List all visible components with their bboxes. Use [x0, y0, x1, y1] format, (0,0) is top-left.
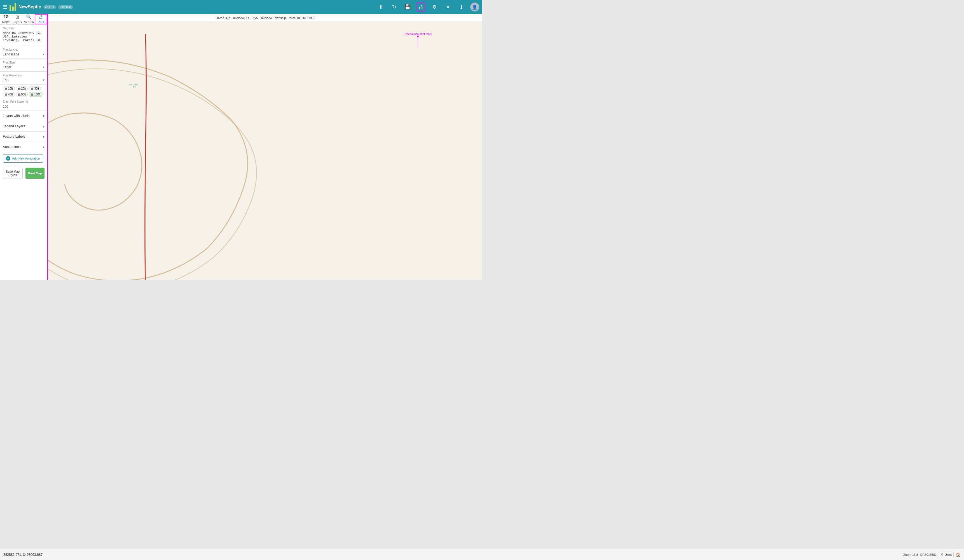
scale-10ft-icon: ▤	[5, 87, 7, 90]
print-size-select[interactable]: Letter ▾	[3, 65, 44, 69]
scale-10ft[interactable]: ▤ 10ft	[3, 86, 15, 91]
legend-layers-title: Legend Layers	[3, 124, 25, 128]
legend-layers-header[interactable]: Legend Layers ▾	[0, 121, 47, 131]
map-title-label: Map Title	[3, 27, 44, 30]
scale-50ft-icon: ▤	[18, 93, 20, 96]
annotations-title: Annotations	[3, 145, 20, 149]
print-icon: 🖨	[39, 15, 43, 20]
map-title-input[interactable]: H6MX+QX Lakeview, TX, USA, Lakeview Town…	[3, 31, 44, 42]
feature-labels-header[interactable]: Feature Labels ▾	[0, 132, 47, 142]
print-size-label: Print Size	[3, 61, 44, 64]
feature-labels-section: Feature Labels ▾	[0, 132, 47, 142]
hamburger-icon[interactable]: ☰	[3, 4, 7, 10]
save-button[interactable]: 💾	[403, 3, 412, 11]
tab-search[interactable]: 🔍 Search	[23, 14, 35, 24]
add-annotation-label: Add New Annotation	[12, 157, 40, 160]
legend-layers-section: Legend Layers ▾	[0, 121, 47, 132]
logo-bars	[10, 3, 16, 11]
scale-50ft[interactable]: ▤ 50ft	[16, 92, 28, 97]
scale-20ft[interactable]: ▤ 20ft	[16, 86, 28, 91]
scale-10ft-label: 10ft	[8, 87, 13, 90]
map-container: H6MX+QX Lakeview, TX, USA, Lakeview Town…	[48, 14, 482, 280]
app-header: ☰ NewSeptic v2.1.11 First Map ⬆ ↻ 💾 🖨 ⚙ …	[0, 0, 482, 14]
legend-layers-arrow: ▾	[42, 124, 44, 129]
logo-bar-2	[12, 7, 14, 11]
avatar[interactable]: 👤	[470, 3, 479, 11]
print-layout-label: Print Layout	[3, 48, 44, 51]
annotations-section: Annotations ▴ + Add New Annotation	[0, 142, 47, 165]
add-annotation-plus-icon: +	[6, 156, 10, 161]
refresh-button[interactable]: ↻	[390, 3, 399, 11]
logo-bar-1	[10, 5, 11, 11]
logo-section: ☰ NewSeptic v2.1.11 First Map	[3, 3, 73, 11]
main-layout: 🗺 Maps ⊞ Layers 🔍 Search 🖨 Print Map Tit…	[0, 14, 482, 280]
map-header-bar: H6MX+QX Lakeview, TX, USA, Lakeview Town…	[48, 14, 482, 22]
tab-search-label: Search	[24, 20, 34, 24]
print-layout-select[interactable]: Landscape ▾	[3, 52, 44, 56]
scale-30ft[interactable]: ▤ 30ft	[29, 86, 41, 91]
logo-bar-3	[15, 3, 16, 11]
version-badge: v2.1.11	[43, 5, 56, 9]
scale-100ft-icon: ▤	[31, 93, 33, 96]
scale-40ft[interactable]: ▤ 40ft	[3, 92, 15, 97]
scale-buttons-group: ▤ 10ft ▤ 20ft ▤ 30ft ▤ 40ft ▤ 50ft ▤ 100…	[0, 85, 47, 99]
layers-labels-header[interactable]: Layers with labels ▾	[0, 111, 47, 121]
map-title-section: Map Title H6MX+QX Lakeview, TX, USA, Lak…	[0, 24, 47, 46]
print-resolution-select[interactable]: 150 ▾	[3, 78, 44, 82]
scale-50ft-label: 50ft	[21, 93, 26, 96]
scale-100ft-label: 100ft	[34, 93, 40, 96]
save-map-styles-button[interactable]: Save Map Styles	[3, 168, 23, 179]
svg-rect-0	[48, 22, 482, 280]
feature-labels-arrow: ▾	[42, 134, 44, 139]
info-button[interactable]: ℹ	[457, 3, 466, 11]
soil-test-marker: Soil Test 1	[129, 83, 140, 88]
scale-30ft-label: 30ft	[34, 87, 39, 90]
map-name-badge: First Map	[58, 5, 73, 9]
tab-maps[interactable]: 🗺 Maps	[0, 14, 11, 24]
topo-svg	[48, 22, 482, 280]
print-scale-input[interactable]	[3, 105, 44, 109]
sidebar: 🗺 Maps ⊞ Layers 🔍 Search 🖨 Print Map Tit…	[0, 14, 48, 280]
nav-tabs: 🗺 Maps ⊞ Layers 🔍 Search 🖨 Print	[0, 14, 47, 24]
print-layout-value: Landscape	[3, 52, 19, 56]
print-resolution-section: Print Resolution 150 ▾	[0, 72, 47, 85]
app-name: NewSeptic	[18, 5, 41, 10]
share-button[interactable]: ⬆	[376, 3, 385, 11]
layers-icon: ⊞	[15, 14, 19, 20]
map-canvas[interactable]: Soil Test 1 Open/close print tools GIS L…	[48, 22, 482, 280]
print-layout-section: Print Layout Landscape ▾	[0, 46, 47, 59]
scale-30ft-icon: ▤	[31, 87, 33, 90]
print-scale-section: Enter Print Scale (ft)	[0, 99, 47, 111]
tab-print-label: Print	[38, 20, 44, 24]
print-size-section: Print Size Letter ▾	[0, 59, 47, 72]
maps-icon: 🗺	[4, 14, 8, 19]
layout-dropdown-arrow: ▾	[43, 52, 44, 56]
print-button[interactable]: 🖨	[417, 3, 425, 11]
tab-print[interactable]: 🖨 Print	[35, 14, 47, 24]
print-tools-arrow	[418, 37, 418, 48]
scale-40ft-icon: ▤	[5, 93, 7, 96]
layers-labels-title: Layers with labels	[3, 114, 29, 118]
tools-button[interactable]: ✕	[443, 3, 452, 11]
print-scale-label: Enter Print Scale (ft)	[3, 100, 44, 103]
print-tools-annotation: Open/close print tools	[404, 33, 432, 48]
resolution-dropdown-arrow: ▾	[43, 78, 44, 82]
soil-test-dot	[133, 86, 135, 88]
scale-20ft-icon: ▤	[18, 87, 20, 90]
size-dropdown-arrow: ▾	[43, 65, 44, 69]
map-header-text: H6MX+QX Lakeview, TX, USA, Lakeview Town…	[216, 16, 314, 20]
settings-button[interactable]: ⚙	[430, 3, 439, 11]
print-resolution-value: 150	[3, 78, 8, 82]
layers-labels-arrow: ▾	[42, 114, 44, 118]
print-map-button[interactable]: Print Map	[26, 168, 45, 179]
search-icon: 🔍	[26, 14, 32, 20]
annotations-header[interactable]: Annotations ▴	[0, 142, 47, 152]
add-annotation-button[interactable]: + Add New Annotation	[3, 154, 43, 163]
layers-labels-section: Layers with labels ▾	[0, 111, 47, 121]
scale-100ft[interactable]: ▤ 100ft	[29, 92, 42, 97]
tab-layers[interactable]: ⊞ Layers	[11, 14, 23, 24]
feature-labels-title: Feature Labels	[3, 135, 25, 138]
print-resolution-label: Print Resolution	[3, 74, 44, 77]
annotations-arrow: ▴	[42, 145, 44, 149]
header-icons: ⬆ ↻ 💾 🖨 ⚙ ✕ ℹ 👤	[376, 3, 479, 11]
